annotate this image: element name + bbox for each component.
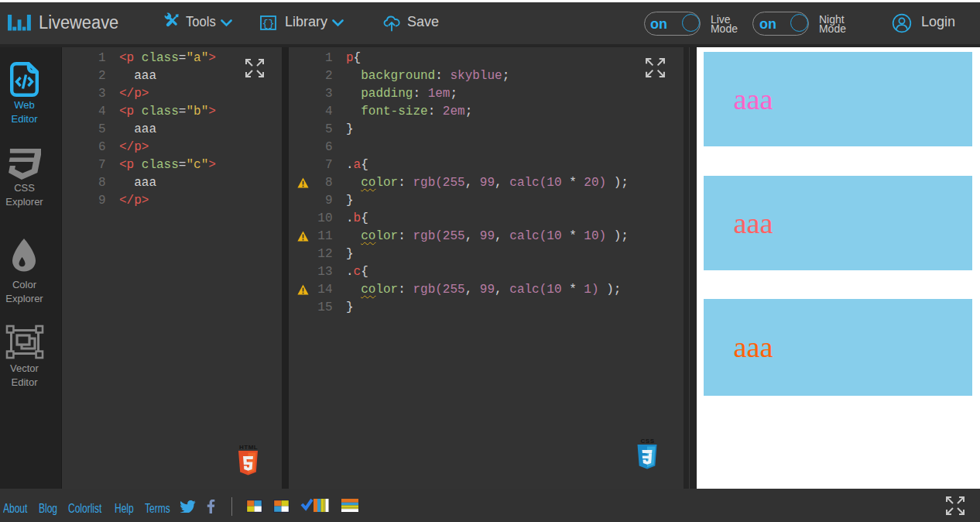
svg-text:{}: {} (262, 18, 274, 29)
